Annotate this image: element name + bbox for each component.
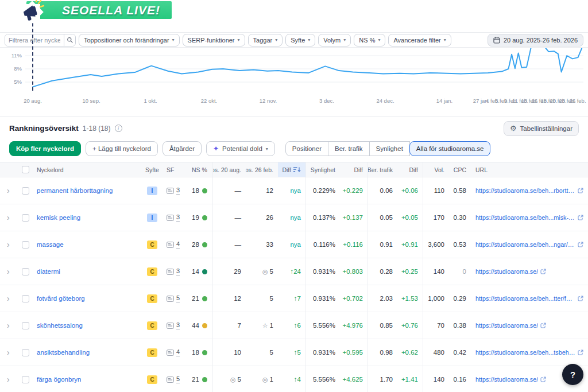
external-link-icon[interactable] [578, 188, 583, 193]
keyword-link[interactable]: permanent hårborttagning [37, 187, 113, 194]
visibility-diff: +0.595 [343, 349, 363, 356]
column-header-vis_diff[interactable]: Diff [340, 162, 368, 177]
intent-badge[interactable]: C [147, 348, 157, 357]
expand-row-button[interactable]: › [5, 294, 10, 303]
column-header-url[interactable]: URL [471, 162, 588, 177]
select-all-checkbox[interactable] [22, 166, 29, 173]
view-tab-ber-trafik[interactable]: Ber. trafik [328, 141, 370, 156]
help-button[interactable]: ? [562, 364, 583, 385]
serp-features-count[interactable]: 4 [176, 240, 180, 249]
expand-row-button[interactable]: › [5, 267, 10, 276]
add-keywords-label: + Lägg till nyckelord [92, 145, 151, 152]
serp-features-count[interactable]: 3 [176, 267, 180, 275]
expand-row-button[interactable]: › [5, 321, 10, 330]
column-header-ns[interactable]: NS % [187, 162, 212, 177]
table-settings-button[interactable]: ⚙ Tabellinställningar [504, 121, 579, 136]
cell-url: https://studioaroma.se/beh...tsbehandlin… [471, 339, 588, 366]
keyword-link[interactable]: diatermi [37, 268, 60, 275]
external-link-icon[interactable] [578, 350, 583, 355]
keyword-link[interactable]: kemisk peeling [37, 214, 80, 221]
expand-row-button[interactable]: › [5, 213, 10, 222]
date-range-button[interactable]: 20 aug. 2025-26 feb. 2026 [488, 34, 583, 46]
column-header-traffic_diff[interactable]: Diff [397, 162, 423, 177]
keyword-link[interactable]: skönhetssalong [37, 322, 83, 329]
result-url-link[interactable]: https://studioaroma.se/ [475, 268, 538, 275]
intent-badge[interactable]: C [147, 294, 157, 303]
result-url-link[interactable]: https://studioaroma.se/beh...tter/fotvar… [475, 295, 575, 302]
external-link-icon[interactable] [578, 215, 583, 220]
serp-features-count[interactable]: 4 [176, 348, 180, 356]
result-url-link[interactable]: https://studioaroma.se/beh...misk-peelin… [475, 214, 575, 221]
column-header-visibility[interactable]: Synlighet [305, 162, 340, 177]
result-url-link[interactable]: https://studioaroma.se/beh...ngar/massag… [475, 241, 575, 248]
column-header-volume[interactable]: Vol. [423, 162, 449, 177]
filter-dropdown-taggar[interactable]: Taggar▾ [248, 34, 283, 46]
intent-badge[interactable]: I [147, 214, 157, 222]
serp-features-count[interactable]: 3 [176, 214, 180, 222]
column-header-diff[interactable]: Diff [278, 162, 305, 177]
buy-keywords-button[interactable]: Köp fler nyckelord [9, 141, 81, 156]
row-checkbox[interactable] [22, 295, 29, 302]
column-header-pos_start[interactable]: Pos. 20 aug. [212, 162, 246, 177]
expand-row-button[interactable]: › [5, 240, 10, 249]
keyword-link[interactable]: massage [37, 241, 64, 248]
filter-dropdown-syfte[interactable]: Syfte▾ [285, 34, 315, 46]
row-checkbox[interactable] [22, 349, 29, 356]
filter-dropdown-serp-funktioner[interactable]: SERP-funktioner▾ [183, 34, 245, 46]
view-tab-positioner[interactable]: Positioner [285, 141, 328, 156]
keyword-link[interactable]: färga ögonbryn [37, 376, 81, 383]
external-link-icon[interactable] [540, 323, 546, 328]
serp-features-count[interactable]: 5 [176, 294, 180, 302]
expand-row-button[interactable]: › [5, 375, 10, 384]
external-link-icon[interactable] [540, 269, 546, 274]
serp-features-count[interactable]: 3 [176, 187, 180, 195]
external-link-icon[interactable] [578, 296, 583, 301]
row-checkbox[interactable] [22, 268, 29, 275]
add-keywords-button[interactable]: + Lägg till nyckelord [86, 141, 158, 156]
intent-badge[interactable]: C [147, 321, 157, 330]
row-checkbox[interactable] [22, 241, 29, 249]
column-header-intent[interactable]: Syfte [142, 162, 162, 177]
filter-dropdown-ns[interactable]: NS %▾ [354, 34, 385, 46]
result-url-link[interactable]: https://studioaroma.se/beh...tsbehandlin… [475, 349, 575, 356]
column-header-sf[interactable]: SF [162, 162, 187, 177]
column-header-checkbox[interactable] [17, 162, 32, 177]
keyword-filter-search[interactable] [5, 34, 76, 46]
column-header-cpc[interactable]: CPC [449, 162, 471, 177]
result-url-link[interactable]: https://studioaroma.se/beh...rborttagnin… [475, 187, 575, 194]
expand-row-button[interactable]: › [5, 348, 10, 357]
external-link-icon[interactable] [578, 242, 583, 247]
row-checkbox[interactable] [22, 187, 29, 195]
serp-features-count[interactable]: 3 [176, 321, 180, 329]
column-header-keyword[interactable]: Nyckelord [32, 162, 142, 177]
external-link-icon[interactable] [540, 377, 546, 382]
column-header-pos_end[interactable]: Pos. 26 feb. [246, 162, 278, 177]
visibility-chart[interactable]: 11%8%5% 20 aug.10 sep.1 okt.22 okt.12 no… [0, 48, 588, 106]
column-header-traffic[interactable]: Ber. trafik [368, 162, 397, 177]
filter-dropdown-toppositioner-och-f-r-ndringar[interactable]: Toppositioner och förändringar▾ [79, 34, 180, 46]
intent-badge[interactable]: I [147, 187, 157, 195]
actions-button[interactable]: Åtgärder [163, 141, 202, 156]
potential-hidden-dropdown[interactable]: ✦ Potential dold ▾ [206, 141, 275, 156]
keyword-link[interactable]: ansiktsbehandling [37, 349, 90, 356]
x-axis-label: 26 feb. [569, 98, 586, 104]
row-checkbox[interactable] [22, 376, 29, 383]
search-icon[interactable] [64, 34, 75, 46]
result-url-link[interactable]: https://studioaroma.se/ [475, 322, 538, 329]
keyword-link[interactable]: fotvård göteborg [37, 295, 85, 302]
filter-dropdown-volym[interactable]: Volym▾ [318, 34, 351, 46]
result-url-link[interactable]: https://studioaroma.se/ [475, 376, 538, 383]
row-checkbox[interactable] [22, 322, 29, 329]
expand-row-button[interactable]: › [5, 186, 10, 195]
row-checkbox[interactable] [22, 214, 29, 222]
serp-features-count[interactable]: 5 [176, 375, 180, 383]
filter-dropdown-avancerade-filter[interactable]: Avancerade filter▾ [388, 34, 451, 46]
info-icon[interactable]: i [115, 125, 122, 132]
view-tab-alla-f-r-studioaroma-se[interactable]: Alla för studioaroma.se [409, 141, 491, 156]
intent-badge[interactable]: C [147, 375, 157, 384]
intent-badge[interactable]: C [147, 240, 157, 249]
intent-badge[interactable]: C [147, 267, 157, 276]
keyword-search-input[interactable] [5, 34, 64, 46]
view-tab-synlighet[interactable]: Synlighet [369, 141, 410, 156]
cell-traffic_diff: +1.53 [397, 285, 423, 312]
